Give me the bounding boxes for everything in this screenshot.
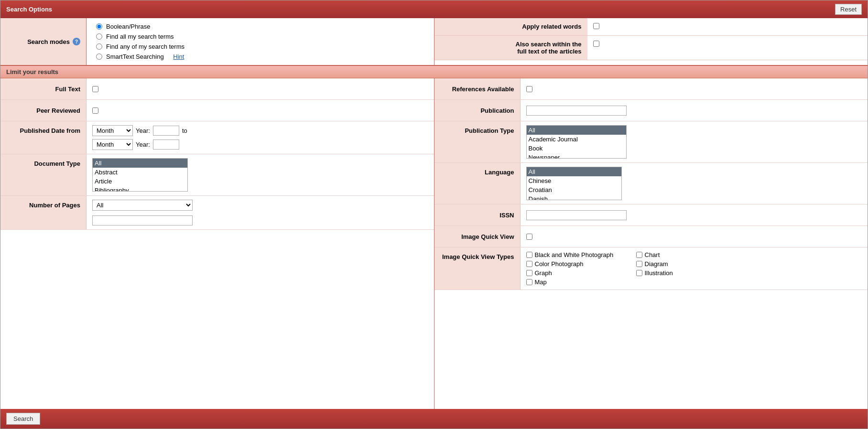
- peer-reviewed-value: [87, 100, 434, 121]
- issn-value: [521, 204, 868, 225]
- img-type-diagram-checkbox[interactable]: [636, 261, 642, 267]
- img-type-chart-checkbox[interactable]: [636, 252, 642, 258]
- img-type-chart: Chart: [636, 251, 694, 258]
- search-button[interactable]: Search: [6, 413, 40, 425]
- radio-all[interactable]: [96, 33, 102, 40]
- apply-related-checkbox[interactable]: [593, 23, 599, 29]
- search-modes-text: Search modes: [27, 38, 70, 45]
- img-type-illustration-checkbox[interactable]: [636, 270, 642, 276]
- num-pages-text-input[interactable]: [92, 215, 193, 225]
- img-type-color-checkbox[interactable]: [526, 261, 532, 267]
- full-text-row: Full Text: [0, 78, 434, 100]
- img-type-bw: Black and White Photograph: [526, 251, 622, 258]
- search-mode-smarttext[interactable]: SmartText Searching Hint: [96, 53, 184, 60]
- lang-all[interactable]: All: [527, 167, 621, 176]
- search-mode-boolean[interactable]: Boolean/Phrase: [96, 23, 184, 30]
- publication-row: Publication: [434, 100, 868, 121]
- apply-related-label: Apply related words: [434, 18, 587, 35]
- label-any: Find any of my search terms: [106, 43, 184, 50]
- img-type-diagram: Diagram: [636, 260, 694, 268]
- pub-type-row: Publication Type All Academic Journal Bo…: [434, 121, 868, 163]
- pub-type-book[interactable]: Book: [527, 144, 626, 153]
- language-row: Language All Chinese Croatian Danish: [434, 163, 868, 204]
- issn-row: ISSN: [434, 204, 868, 226]
- doc-type-bibliography[interactable]: Bibliography: [93, 186, 187, 192]
- peer-reviewed-label: Peer Reviewed: [0, 100, 87, 121]
- also-search-row: Also search within the full text of the …: [434, 36, 868, 60]
- peer-reviewed-row: Peer Reviewed: [0, 100, 434, 121]
- language-value: All Chinese Croatian Danish: [521, 163, 868, 204]
- year-to-input[interactable]: [153, 139, 179, 150]
- img-type-color-label: Color Photograph: [535, 260, 584, 268]
- pub-type-journal[interactable]: Academic Journal: [527, 135, 626, 144]
- language-listbox[interactable]: All Chinese Croatian Danish: [526, 167, 622, 200]
- full-text-value: [87, 78, 434, 99]
- image-types-grid: Black and White Photograph Chart Color P…: [526, 251, 862, 286]
- img-type-illustration-label: Illustration: [645, 269, 673, 277]
- lang-chinese[interactable]: Chinese: [527, 176, 621, 185]
- radio-smarttext[interactable]: [96, 54, 102, 60]
- image-quick-view-label: Image Quick View: [434, 226, 521, 247]
- reset-button[interactable]: Reset: [835, 4, 862, 15]
- search-modes-label: Search modes ?: [0, 18, 87, 65]
- doc-type-all[interactable]: All: [93, 159, 187, 168]
- label-boolean: Boolean/Phrase: [106, 23, 151, 30]
- pub-type-listbox[interactable]: All Academic Journal Book Newspaper: [526, 125, 627, 159]
- hint-link[interactable]: Hint: [173, 53, 184, 60]
- title-bar: Search Options Reset: [0, 0, 868, 18]
- issn-label: ISSN: [434, 204, 521, 225]
- year-label-to: Year:: [136, 141, 150, 148]
- peer-reviewed-checkbox[interactable]: [92, 107, 98, 114]
- img-type-color: Color Photograph: [526, 260, 622, 268]
- publication-input[interactable]: [526, 106, 627, 116]
- num-pages-select[interactable]: All 12345+: [92, 200, 193, 211]
- year-from-input[interactable]: [153, 126, 179, 136]
- issn-input[interactable]: [526, 210, 627, 220]
- num-pages-row: Number of Pages All 12345+: [0, 196, 434, 230]
- right-col: References Available Publication Publica…: [434, 78, 868, 409]
- search-modes-right: Apply related words Also search within t…: [434, 18, 868, 65]
- img-type-chart-label: Chart: [645, 251, 660, 258]
- search-mode-any[interactable]: Find any of my search terms: [96, 43, 184, 50]
- document-type-value: All Abstract Article Bibliography: [87, 154, 434, 195]
- search-mode-all[interactable]: Find all my search terms: [96, 33, 184, 40]
- also-search-text1: Also search within the: [516, 41, 582, 48]
- title: Search Options: [6, 6, 52, 13]
- radio-boolean[interactable]: [96, 23, 102, 30]
- apply-related-value: [587, 18, 605, 35]
- img-type-graph: Graph: [526, 269, 622, 277]
- img-type-diagram-label: Diagram: [645, 260, 668, 268]
- apply-related-row: Apply related words: [434, 18, 868, 36]
- full-text-checkbox[interactable]: [92, 86, 98, 92]
- img-type-map-label: Map: [535, 279, 547, 286]
- lang-croatian[interactable]: Croatian: [527, 185, 621, 194]
- image-types-row-3: Graph Illustration: [526, 269, 862, 277]
- references-value: [521, 78, 868, 99]
- num-pages-label: Number of Pages: [0, 196, 87, 229]
- doc-type-article[interactable]: Article: [93, 177, 187, 186]
- img-type-map-checkbox[interactable]: [526, 279, 532, 285]
- also-search-value: [587, 36, 605, 60]
- published-date-value: Month JanuaryFebruaryMarch AprilMayJune …: [87, 121, 434, 154]
- document-type-label: Document Type: [0, 154, 87, 195]
- document-type-listbox[interactable]: All Abstract Article Bibliography: [92, 158, 188, 192]
- references-row: References Available: [434, 78, 868, 100]
- references-checkbox[interactable]: [526, 86, 532, 92]
- year-label-from: Year:: [136, 127, 150, 134]
- pub-type-all[interactable]: All: [527, 126, 626, 135]
- image-quick-view-checkbox[interactable]: [526, 234, 532, 240]
- img-type-bw-checkbox[interactable]: [526, 252, 532, 258]
- published-date-label: Published Date from: [0, 121, 87, 154]
- label-all: Find all my search terms: [106, 33, 174, 40]
- help-icon[interactable]: ?: [73, 38, 80, 45]
- also-search-checkbox[interactable]: [593, 41, 599, 47]
- radio-any[interactable]: [96, 43, 102, 50]
- month-from-select[interactable]: Month JanuaryFebruaryMarch AprilMayJune …: [92, 125, 133, 136]
- pub-type-newspaper[interactable]: Newspaper: [527, 153, 626, 159]
- also-search-text2: full text of the articles: [517, 48, 581, 55]
- search-modes-left: Search modes ? Boolean/Phrase Find all m…: [0, 18, 434, 65]
- month-to-select[interactable]: Month JanuaryFebruaryMarch AprilMayJune …: [92, 139, 133, 150]
- lang-danish[interactable]: Danish: [527, 194, 621, 200]
- img-type-graph-checkbox[interactable]: [526, 270, 532, 276]
- doc-type-abstract[interactable]: Abstract: [93, 168, 187, 177]
